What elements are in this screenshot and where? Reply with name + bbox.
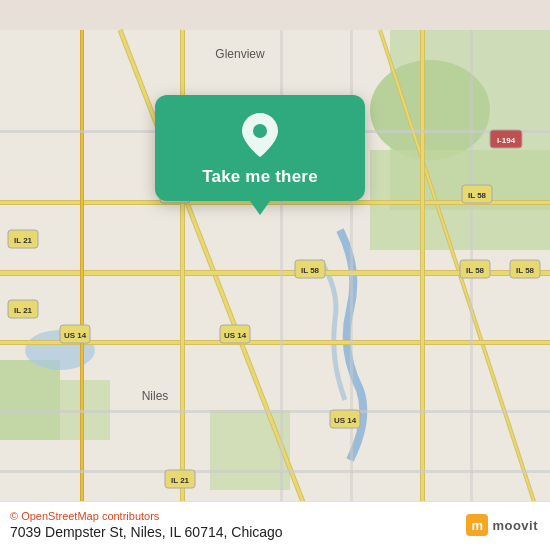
svg-text:IL 58: IL 58 xyxy=(301,266,320,275)
svg-point-56 xyxy=(253,124,267,138)
svg-text:US 14: US 14 xyxy=(64,331,87,340)
map-background: IL 21 IL 21 IL 50 IL 58 IL 58 IL 58 US 1… xyxy=(0,0,550,550)
location-pin-icon xyxy=(238,113,282,157)
take-me-there-button[interactable]: Take me there xyxy=(202,167,318,187)
svg-text:I-194: I-194 xyxy=(497,136,516,145)
svg-text:IL 58: IL 58 xyxy=(468,191,487,200)
location-popup: Take me there xyxy=(155,95,365,201)
bottom-left-section: © OpenStreetMap contributors 7039 Dempst… xyxy=(10,510,283,540)
svg-rect-23 xyxy=(81,30,83,520)
address-label: 7039 Dempster St, Niles, IL 60714, Chica… xyxy=(10,524,283,540)
svg-text:IL 58: IL 58 xyxy=(516,266,535,275)
bottom-info-bar: © OpenStreetMap contributors 7039 Dempst… xyxy=(0,501,550,550)
moovit-logo-text: moovit xyxy=(492,518,538,533)
svg-text:IL 21: IL 21 xyxy=(14,236,33,245)
map-container: IL 21 IL 21 IL 50 IL 58 IL 58 IL 58 US 1… xyxy=(0,0,550,550)
svg-text:Niles: Niles xyxy=(142,389,169,403)
svg-rect-6 xyxy=(210,410,290,490)
svg-text:US 14: US 14 xyxy=(334,416,357,425)
svg-text:IL 21: IL 21 xyxy=(14,306,33,315)
svg-rect-21 xyxy=(421,30,424,520)
moovit-logo-icon: m xyxy=(466,514,488,536)
svg-rect-26 xyxy=(0,470,550,473)
svg-text:IL 21: IL 21 xyxy=(171,476,190,485)
svg-text:Glenview: Glenview xyxy=(215,47,265,61)
svg-rect-25 xyxy=(0,410,550,413)
svg-rect-4 xyxy=(0,360,60,440)
osm-link[interactable]: OpenStreetMap contributors xyxy=(21,510,159,522)
osm-attribution: © OpenStreetMap contributors xyxy=(10,510,283,522)
svg-text:US 14: US 14 xyxy=(224,331,247,340)
moovit-logo: m moovit xyxy=(466,514,538,536)
copyright-symbol: © xyxy=(10,510,18,522)
svg-text:IL 58: IL 58 xyxy=(466,266,485,275)
